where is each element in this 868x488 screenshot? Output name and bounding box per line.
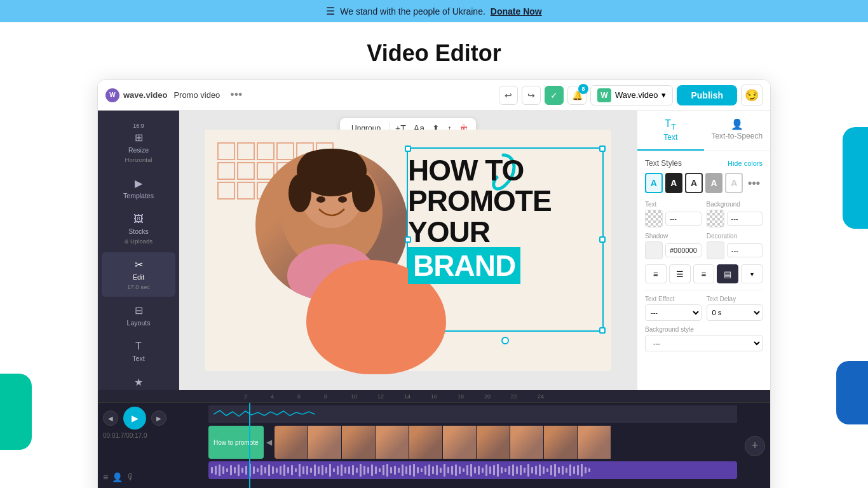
- more-align-button[interactable]: ▾: [741, 264, 763, 283]
- rp-tabs: TT Text 👤 Text-to-Speech: [637, 111, 770, 151]
- project-dots-button[interactable]: •••: [226, 87, 246, 103]
- svg-rect-28: [287, 467, 289, 473]
- undo-button[interactable]: ↩: [499, 86, 518, 105]
- align-left-button[interactable]: ≡: [645, 264, 667, 283]
- tab-tts[interactable]: 👤 Text-to-Speech: [704, 111, 771, 151]
- hide-colors-link[interactable]: Hide colors: [728, 159, 763, 167]
- text-effect-group: Text Effect ---: [645, 295, 702, 321]
- video-thumb: [443, 426, 476, 459]
- svg-rect-25: [276, 468, 278, 473]
- sidebar-templates-label: Templates: [123, 192, 154, 200]
- donate-link[interactable]: Donate Now: [491, 6, 542, 17]
- text-effect-select[interactable]: ---: [645, 304, 702, 321]
- sidebar-item-templates[interactable]: ▶ Templates: [102, 171, 175, 206]
- style-btn-gray[interactable]: A: [705, 173, 723, 193]
- style-btn-outline[interactable]: A: [685, 173, 703, 193]
- redo-button[interactable]: ↪: [522, 86, 541, 105]
- color-row: Text --- Background ---: [645, 201, 763, 227]
- project-name[interactable]: Promo video: [173, 90, 220, 100]
- handle-mr[interactable]: [599, 236, 606, 243]
- style-btn-light[interactable]: A: [725, 173, 743, 193]
- play-button[interactable]: ▶: [123, 407, 146, 430]
- handle-rotate[interactable]: [501, 337, 509, 344]
- timeline-bottom-icons: ≡ 👤 🎙: [103, 472, 201, 485]
- bg-color-value[interactable]: ---: [727, 212, 763, 226]
- svg-rect-81: [489, 466, 491, 474]
- brand-select[interactable]: W Wave.video ▾: [590, 85, 673, 105]
- svg-rect-79: [482, 468, 484, 473]
- svg-rect-55: [390, 467, 392, 473]
- text-delay-select[interactable]: 0 s: [707, 304, 763, 321]
- style-btn-blue[interactable]: A: [645, 173, 663, 193]
- notification-button[interactable]: 🔔 8: [567, 86, 587, 105]
- canvas-area[interactable]: Ungroup +T Aa ⬆ ↕ 🗑: [179, 111, 637, 390]
- text-line-your: YOUR: [408, 217, 599, 247]
- timeline-list-icon[interactable]: ≡: [103, 472, 108, 482]
- align-center-button[interactable]: ☰: [669, 264, 691, 283]
- effect-delay-row: Text Effect --- Text Delay 0 s: [645, 295, 763, 321]
- svg-rect-32: [302, 466, 304, 474]
- ruler-mark: 4: [271, 393, 297, 400]
- banner-hamburger: ☰: [326, 5, 335, 17]
- text-color-swatch[interactable]: [645, 210, 663, 227]
- page-title: Video Editor: [0, 40, 868, 67]
- align-justify-button[interactable]: ▤: [717, 264, 738, 283]
- ruler-mark: 2: [244, 393, 271, 400]
- clip-prev[interactable]: ◀: [266, 438, 272, 447]
- bg-color-swatch[interactable]: [707, 210, 724, 227]
- sidebar-item-layouts[interactable]: ⊟ Layouts: [102, 298, 175, 333]
- svg-rect-59: [405, 466, 407, 474]
- sidebar-item-text[interactable]: T Text: [102, 334, 175, 369]
- text-styles-title: Text Styles: [645, 159, 682, 168]
- add-track-button[interactable]: +: [745, 436, 765, 456]
- video-thumb: [376, 426, 409, 459]
- align-right-button[interactable]: ≡: [693, 264, 715, 283]
- sidebar-item-stocks[interactable]: 🖼 Stocks & Uploads: [102, 207, 175, 251]
- shadow-swatch[interactable]: [645, 241, 663, 259]
- svg-rect-87: [512, 464, 514, 476]
- clip-label[interactable]: How to promote: [208, 426, 264, 459]
- sidebar-item-edit[interactable]: ✂ Edit 17.0 sec: [102, 252, 175, 297]
- deco-swatch[interactable]: [707, 241, 724, 259]
- svg-rect-64: [424, 466, 426, 475]
- confirm-button[interactable]: ✓: [545, 86, 564, 105]
- canvas-frame[interactable]: HOW TO PROMOTE YOUR BRAND: [205, 130, 611, 371]
- bg-style-select[interactable]: ---: [645, 335, 763, 351]
- banner-text: We stand with the people of Ukraine.: [340, 6, 485, 17]
- tab-text[interactable]: TT Text: [637, 111, 704, 151]
- handle-tr[interactable]: [599, 146, 606, 152]
- handle-tl[interactable]: [405, 146, 411, 152]
- svg-rect-22: [264, 467, 266, 473]
- publish-button[interactable]: Publish: [677, 85, 737, 105]
- svg-rect-29: [291, 465, 293, 475]
- overlays-icon: ★: [134, 376, 143, 388]
- text-effect-label: Text Effect: [645, 295, 702, 302]
- waveform-track[interactable]: [208, 461, 737, 479]
- deco-value[interactable]: ---: [727, 243, 763, 257]
- ruler-marks: 2 4 6 8 10 12 14 16 18 20 22 24: [244, 393, 770, 400]
- svg-rect-10: [219, 464, 220, 476]
- time-display: 00:01.7/00:17.0: [103, 432, 201, 439]
- shadow-color-value[interactable]: #000000: [665, 243, 702, 257]
- text-color-value[interactable]: ---: [665, 212, 702, 226]
- timeline-left: ◀ ▶ ▶ 00:01.7/00:17.0 ≡ 👤 🎙: [98, 403, 206, 488]
- emoji-button[interactable]: 😏: [741, 85, 763, 106]
- prev-button[interactable]: ◀: [103, 410, 118, 426]
- timeline-voice-icon[interactable]: 👤: [112, 472, 123, 482]
- svg-rect-31: [299, 464, 301, 477]
- svg-rect-99: [558, 467, 560, 473]
- style-btn-more[interactable]: •••: [745, 173, 763, 193]
- svg-rect-98: [554, 464, 556, 477]
- text-track[interactable]: [208, 405, 737, 423]
- svg-point-7: [338, 196, 347, 203]
- style-btn-black[interactable]: A: [665, 173, 683, 193]
- sidebar-item-resize[interactable]: 16:9 ⊞ Resize Horizontal: [102, 116, 175, 170]
- next-button[interactable]: ▶: [151, 410, 166, 426]
- svg-rect-92: [531, 467, 533, 473]
- timeline-mic-icon[interactable]: 🎙: [126, 472, 135, 482]
- handle-br[interactable]: [599, 327, 606, 334]
- text-overlay[interactable]: HOW TO PROMOTE YOUR BRAND: [408, 155, 599, 284]
- text-delay-group: Text Delay 0 s: [707, 295, 763, 321]
- svg-rect-56: [394, 466, 396, 475]
- tracks-container: How to promote ◀: [206, 403, 740, 488]
